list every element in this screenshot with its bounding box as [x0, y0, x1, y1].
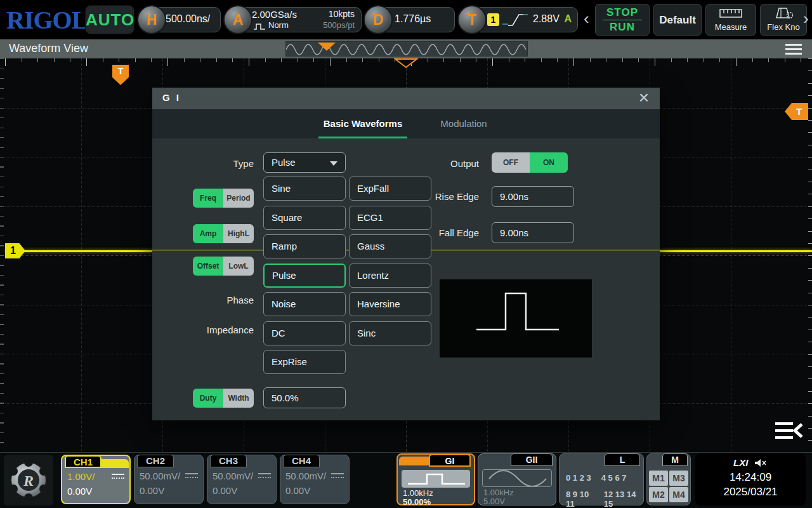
waveform-option-ecg1[interactable]: ECG1	[349, 206, 431, 230]
gen1-card[interactable]: GI 1.00kHz 50.00%	[396, 453, 475, 505]
ch1-tab: CH1	[65, 455, 102, 468]
waveform-option-exprise[interactable]: ExpRise	[263, 350, 346, 374]
trigger-level-value: 2.88V	[533, 13, 560, 25]
default-label: Default	[654, 14, 701, 27]
math1-button[interactable]: M1	[649, 471, 668, 486]
math-tab: M	[662, 453, 688, 466]
math3-button[interactable]: M3	[669, 471, 688, 486]
ch1-card[interactable]: CH1 1.00V/ 0.00V	[61, 455, 131, 504]
toolbar-page-right-chevron[interactable]: ›	[803, 9, 809, 29]
fall-edge-field[interactable]: 9.00ns	[492, 222, 574, 243]
pulse-preview-waveform	[440, 279, 592, 358]
output-off-option[interactable]: OFF	[492, 152, 530, 173]
acquire-knob-button[interactable]: A	[223, 5, 252, 34]
type-value: Pulse	[272, 157, 296, 168]
waveform-option-haversine[interactable]: Haversine	[349, 292, 431, 316]
flex-knob-icon	[773, 8, 794, 19]
timebase-overview-strip[interactable]	[285, 41, 528, 57]
delay-knob-button[interactable]: D	[363, 5, 393, 34]
width-option[interactable]: Width	[223, 389, 254, 408]
default-button[interactable]: Default	[653, 4, 702, 36]
offset-option[interactable]: Offset	[193, 257, 223, 276]
gen1-pulse-icon	[402, 470, 470, 488]
tab-basic-waveforms[interactable]: Basic Waveforms	[312, 109, 414, 138]
toolbar-page-left-chevron[interactable]: ‹	[584, 9, 589, 29]
trigger-knob-button[interactable]: T	[457, 5, 487, 34]
type-dropdown[interactable]: Pulse	[263, 152, 346, 173]
logic-card[interactable]: L 0 1 2 3 4 5 6 7 8 9 10 11 12 13 14 15	[559, 453, 644, 505]
dc-coupling-icon	[331, 473, 344, 478]
generator-dialog: G I × Basic Waveforms Modulation Type Pu…	[152, 88, 660, 420]
waveform-option-pulse[interactable]: Pulse	[263, 264, 346, 288]
math2-button[interactable]: M2	[649, 487, 668, 502]
gen2-card[interactable]: GII 1.00kHz 5.00V	[478, 453, 556, 505]
freq-option[interactable]: Freq	[193, 189, 223, 208]
flex-knob-button[interactable]: Flex Kno	[760, 4, 807, 36]
ch1-offset-marker[interactable]: 1	[5, 243, 25, 258]
overview-sine-wave	[286, 43, 527, 57]
waveform-option-square[interactable]: Square	[263, 206, 346, 230]
tab-modulation[interactable]: Modulation	[424, 109, 504, 138]
overview-trigger-marker	[318, 43, 336, 51]
amp-option[interactable]: Amp	[193, 224, 223, 243]
run-label: RUN	[596, 21, 649, 34]
waveform-option-noise[interactable]: Noise	[263, 292, 346, 316]
measure-button[interactable]: Measure	[705, 4, 756, 36]
trigger-level-marker[interactable]: T	[785, 103, 808, 120]
horizontal-knob-button[interactable]: H	[137, 5, 166, 34]
rise-edge-field[interactable]: 9.00ns	[492, 186, 574, 207]
duty-width-toggle[interactable]: Duty Width	[193, 389, 254, 408]
waveform-option-dc[interactable]: DC	[263, 321, 346, 345]
rigol-gear-button[interactable]: R	[4, 455, 53, 505]
math-card[interactable]: M M1 M3 M2 M4	[646, 453, 691, 505]
gen2-tab: GII	[511, 453, 553, 466]
gen1-freq: 1.00kHz	[403, 488, 433, 498]
trigger-center-indicator[interactable]	[394, 58, 418, 69]
trigger-position-marker[interactable]: T	[112, 65, 129, 85]
offset-lowl-toggle[interactable]: Offset LowL	[193, 257, 254, 276]
duty-value-field[interactable]: 50.0%	[263, 387, 346, 408]
sample-resolution-value: 500ps/pt	[323, 20, 355, 30]
trigger-mode-value: A	[564, 13, 572, 25]
dialog-titlebar: G I ×	[152, 88, 660, 109]
delay-value: 1.776µs	[395, 13, 431, 25]
menu-collapse-icon[interactable]	[774, 420, 804, 442]
output-toggle[interactable]: OFF ON	[492, 152, 568, 173]
ruler-icon	[719, 8, 742, 18]
stop-run-divider	[603, 20, 642, 20]
waveform-option-ramp[interactable]: Ramp	[263, 234, 346, 258]
impedance-label: Impedance	[187, 324, 254, 335]
hamburger-menu-icon[interactable]	[785, 44, 802, 55]
ch4-card[interactable]: CH4 50.00mV/ 0.00V	[280, 455, 350, 504]
acquisition-status-button[interactable]: AUTO	[85, 5, 134, 34]
status-clock-box[interactable]: LXI 14:24:09 2025/03/21	[695, 453, 806, 505]
stop-run-button[interactable]: STOP RUN	[595, 4, 650, 36]
logic-digits-8-11: 8 9 10 11	[566, 490, 594, 508]
highl-option[interactable]: HighL	[223, 224, 254, 243]
duty-option[interactable]: Duty	[193, 389, 223, 408]
output-on-option[interactable]: ON	[530, 152, 568, 173]
clock-time: 14:24:09	[695, 471, 806, 484]
ch3-card[interactable]: CH3 50.00mV/ 0.00V	[207, 455, 277, 504]
ch2-card[interactable]: CH2 50.00mV/ 0.00V	[134, 455, 204, 504]
phase-label: Phase	[187, 295, 254, 305]
waveform-option-sine[interactable]: Sine	[263, 177, 346, 201]
dialog-title: G I	[162, 92, 181, 103]
acquire-mode-icon	[253, 22, 266, 30]
close-icon[interactable]: ×	[634, 88, 653, 109]
period-option[interactable]: Period	[223, 189, 254, 208]
logic-digits-12-15: 12 13 14 15	[604, 490, 639, 508]
amp-highl-toggle[interactable]: Amp HighL	[193, 224, 254, 243]
trigger-slope-icon	[502, 11, 528, 28]
output-label: Output	[409, 158, 479, 169]
ch3-tab: CH3	[210, 455, 247, 467]
ch2-scale: 50.00mV/	[140, 471, 180, 481]
lowl-option[interactable]: LowL	[223, 257, 254, 276]
dc-coupling-icon	[185, 473, 198, 478]
math4-button[interactable]: M4	[669, 487, 688, 502]
freq-period-toggle[interactable]: Freq Period	[193, 189, 254, 208]
acquire-panel[interactable]: 2.00GSa/s Norm 10kpts 500ps/pt	[235, 7, 362, 32]
waveform-option-sinc[interactable]: Sinc	[349, 321, 431, 345]
ch2-offset: 0.00V	[140, 485, 164, 496]
waveform-option-lorentz[interactable]: Lorentz	[349, 264, 431, 288]
